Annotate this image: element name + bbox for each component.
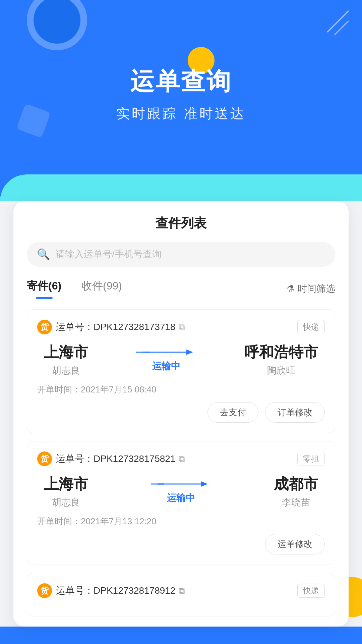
route-section-1: 上海市 胡志良 运输中 成	[37, 474, 325, 509]
route-middle-0: 运输中	[98, 347, 234, 373]
main-container: 查件列表 🔍 请输入运单号/手机号查询 寄件(6) 收件(99) ⚗ 时间筛选	[0, 201, 362, 627]
to-city-1: 成都市	[274, 474, 318, 494]
package-waybill-1: 运单号：DPK127328175821	[56, 452, 175, 465]
hero-section: 运单查询 实时跟踪 准时送达	[0, 0, 362, 174]
tab-received[interactable]: 收件(99)	[81, 279, 122, 299]
package-card-0: 货 运单号：DPK127328173718 ⧉ 快递 上海市 胡志良	[27, 309, 335, 433]
package-waybill-0: 运单号：DPK127328173718	[56, 321, 175, 333]
package-type-0: 快递	[297, 320, 325, 334]
filter-label: 时间筛选	[298, 282, 335, 295]
list-title: 查件列表	[27, 215, 335, 232]
list-card: 查件列表 🔍 请输入运单号/手机号查询 寄件(6) 收件(99) ⚗ 时间筛选	[13, 201, 349, 627]
to-person-0: 陶欣旺	[244, 364, 318, 377]
package-card-1: 货 运单号：DPK127328175821 ⧉ 零担 上海市 胡志良	[27, 441, 335, 565]
from-person-1: 胡志良	[44, 496, 88, 509]
hero-circle-decoration	[27, 0, 87, 50]
tab-sent[interactable]: 寄件(6)	[27, 279, 61, 299]
route-from-1: 上海市 胡志良	[44, 474, 88, 509]
from-person-0: 胡志良	[44, 364, 88, 377]
package-type-1: 零担	[297, 452, 325, 466]
hero-line-decoration-1	[327, 10, 349, 33]
action-btn-pay-0[interactable]: 去支付	[207, 402, 258, 423]
svg-marker-1	[186, 350, 193, 355]
package-waybill-2: 运单号：DPK127328178912	[56, 584, 175, 597]
copy-icon-0[interactable]: ⧉	[179, 322, 185, 332]
package-icon-1: 货	[37, 451, 52, 466]
route-to-0: 呼和浩特市 陶欣旺	[244, 342, 318, 377]
copy-icon-1[interactable]: ⧉	[179, 454, 185, 464]
route-section-0: 上海市 胡志良 运输中 呼	[37, 342, 325, 377]
to-city-0: 呼和浩特市	[244, 342, 318, 362]
package-actions-1: 运单修改	[37, 534, 325, 554]
from-city-0: 上海市	[44, 342, 88, 362]
hero-title: 运单查询	[130, 65, 232, 98]
package-type-2: 快递	[297, 584, 325, 598]
route-status-0: 运输中	[152, 360, 180, 373]
action-btn-modify-0[interactable]: 订单修改	[265, 402, 325, 423]
from-city-1: 上海市	[44, 474, 88, 494]
search-icon: 🔍	[37, 248, 50, 261]
package-header-left-2: 货 运单号：DPK127328178912 ⧉	[37, 583, 185, 598]
svg-marker-4	[201, 481, 208, 487]
card-wrapper: 查件列表 🔍 请输入运单号/手机号查询 寄件(6) 收件(99) ⚗ 时间筛选	[13, 201, 349, 627]
arrow-svg-0	[136, 347, 196, 357]
arrow-svg-1	[151, 479, 211, 489]
filter-icon: ⚗	[287, 283, 295, 294]
route-middle-1: 运输中	[98, 479, 264, 504]
package-time-0: 开单时间：2021年7月15 08:40	[37, 384, 325, 395]
package-header-2: 货 运单号：DPK127328178912 ⧉ 快递	[37, 583, 325, 598]
package-header-1: 货 运单号：DPK127328175821 ⧉ 零担	[37, 451, 325, 466]
search-input-placeholder: 请输入运单号/手机号查询	[56, 248, 162, 261]
package-actions-0: 去支付 订单修改	[37, 402, 325, 423]
package-icon-0: 货	[37, 320, 52, 334]
route-to-1: 成都市 李晓苗	[274, 474, 318, 509]
package-header-0: 货 运单号：DPK127328173718 ⧉ 快递	[37, 320, 325, 334]
package-header-left-0: 货 运单号：DPK127328173718 ⧉	[37, 320, 185, 334]
package-time-1: 开单时间：2021年7月13 12:20	[37, 516, 325, 527]
hero-subtitle: 实时跟踪 准时送达	[116, 104, 245, 123]
tabs: 寄件(6) 收件(99) ⚗ 时间筛选	[27, 279, 335, 299]
hero-shape-decoration	[16, 104, 51, 138]
action-btn-modify-1[interactable]: 运单修改	[265, 534, 325, 554]
route-arrow-0	[136, 347, 196, 357]
package-icon-2: 货	[37, 583, 52, 598]
route-arrow-1	[151, 479, 211, 489]
route-from-0: 上海市 胡志良	[44, 342, 88, 377]
route-status-1: 运输中	[167, 492, 195, 504]
package-card-2: 货 运单号：DPK127328178912 ⧉ 快递	[27, 573, 335, 616]
to-person-1: 李晓苗	[274, 496, 318, 509]
search-bar[interactable]: 🔍 请输入运单号/手机号查询	[27, 242, 335, 267]
tab-filter[interactable]: ⚗ 时间筛选	[287, 282, 335, 295]
copy-icon-2[interactable]: ⧉	[179, 586, 185, 596]
package-header-left-1: 货 运单号：DPK127328175821 ⧉	[37, 451, 185, 466]
